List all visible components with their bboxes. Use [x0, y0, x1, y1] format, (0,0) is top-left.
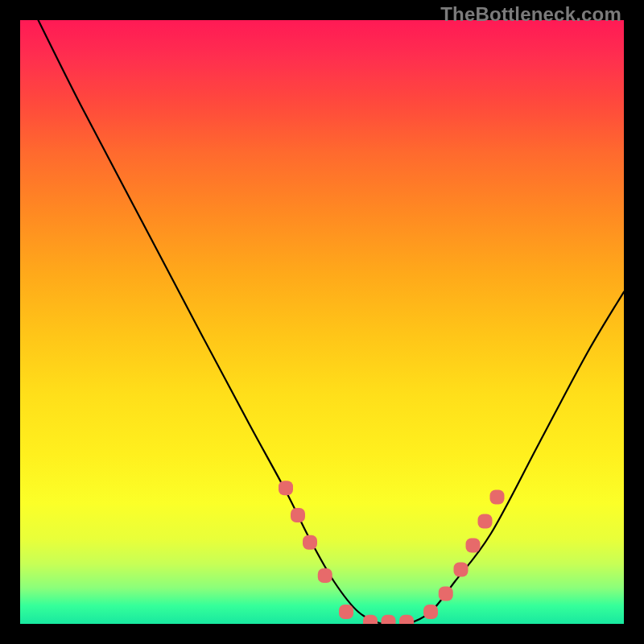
curve-marker [466, 539, 481, 553]
curve-marker [339, 605, 353, 619]
curve-marker [439, 587, 453, 601]
chart-frame: TheBottleneck.com [0, 0, 644, 644]
curve-marker [478, 514, 493, 529]
chart-svg [20, 20, 624, 624]
plot-area [20, 20, 624, 624]
watermark-text: TheBottleneck.com [440, 3, 621, 26]
curve-marker [303, 535, 317, 550]
curve-marker [279, 481, 293, 495]
curve-marker [318, 568, 332, 583]
bottleneck-curve [39, 20, 625, 624]
marker-group [279, 481, 505, 624]
curve-marker [423, 605, 438, 619]
curve-marker [490, 490, 505, 505]
curve-marker [363, 615, 378, 624]
curve-marker [291, 508, 305, 522]
curve-marker [454, 563, 469, 577]
curve-marker [382, 615, 396, 624]
curve-marker [399, 615, 414, 624]
